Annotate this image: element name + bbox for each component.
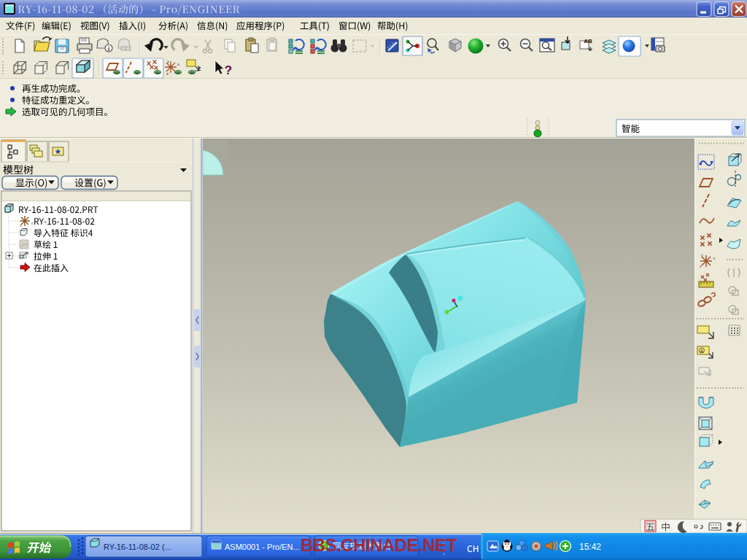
svg-text:Z: Z: [198, 66, 201, 71]
svg-text:AB: AB: [584, 38, 592, 44]
svg-text:ASM0001 - Pro/EN...: ASM0001 - Pro/EN...: [225, 542, 300, 551]
svg-text:A: A: [700, 349, 704, 354]
svg-text:x: x: [31, 221, 34, 225]
svg-text:BBS.CHINADE.NET: BBS.CHINADE.NET: [301, 535, 457, 555]
svg-text:z: z: [20, 223, 22, 228]
svg-text:z: z: [700, 264, 702, 268]
svg-text:15:42: 15:42: [579, 542, 601, 552]
svg-text:z: z: [166, 71, 169, 76]
svg-text:RY-16-11-08-02 (...: RY-16-11-08-02 (...: [104, 542, 171, 551]
svg-text:x: x: [177, 62, 179, 66]
svg-text:x: x: [713, 256, 716, 260]
svg-text:?: ?: [225, 63, 232, 77]
svg-text:y: y: [701, 253, 703, 257]
svg-text:i: i: [108, 45, 110, 52]
svg-text:y: y: [167, 59, 169, 63]
